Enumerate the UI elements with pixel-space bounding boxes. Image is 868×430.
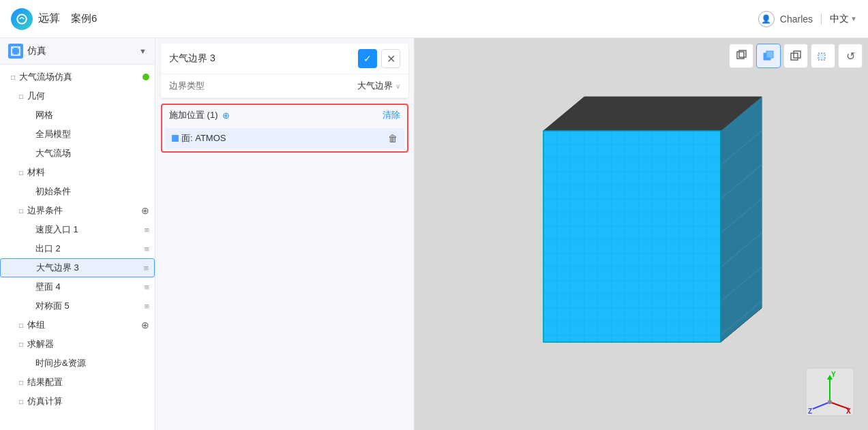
svg-text:Y: Y [831, 371, 836, 378]
expand-icon [25, 110, 34, 120]
tree-item-velocity-inlet[interactable]: 速度入口 1 ≡ [0, 220, 155, 239]
svg-marker-12 [543, 131, 721, 342]
tree-item-label: 大气边界 3 [36, 262, 140, 274]
tree-item-label: 壁面 4 [35, 281, 141, 293]
boundary-type-label: 边界类型 [169, 80, 205, 92]
tree-item-result-config[interactable]: □ 结果配置 [0, 373, 155, 392]
expand-icon [25, 129, 34, 139]
clear-button[interactable]: 清除 [383, 109, 400, 121]
boundary-type-value-wrapper[interactable]: 大气边界 ∨ [357, 80, 400, 92]
viewport[interactable]: ↺ [415, 38, 868, 430]
delete-position-icon[interactable]: 🗑 [388, 133, 398, 144]
close-button[interactable]: ✕ [381, 49, 400, 68]
expand-icon[interactable]: □ [16, 339, 26, 349]
transparent-view-btn[interactable] [811, 44, 835, 68]
panel-title: 大气边界 3 [169, 52, 215, 65]
tree-item-label: 初始条件 [35, 185, 149, 198]
expand-icon[interactable]: □ [16, 378, 26, 387]
tree-item-label: 边界条件 [27, 204, 141, 217]
lang-selector[interactable]: 中文 ▼ [830, 13, 857, 25]
tree-item-atmos-boundary[interactable]: 大气边界 3 ≡ [0, 258, 155, 277]
svg-point-0 [17, 14, 27, 24]
tree-item-label: 时间步&资源 [35, 357, 149, 369]
tree-item-outlet[interactable]: 出口 2 ≡ [0, 239, 155, 258]
sidebar-chevron[interactable]: ▼ [139, 47, 147, 55]
tree-item-solver[interactable]: □ 求解器 [0, 335, 155, 354]
expand-icon[interactable]: □ [16, 91, 26, 101]
expand-icon [25, 187, 34, 196]
sidebar-title: 仿真 [27, 45, 46, 57]
tree-item-label: 大气流场 [35, 147, 149, 159]
menu-icon[interactable]: ≡ [144, 301, 149, 311]
tree-item-boundary[interactable]: □ 边界条件 ⊕ [0, 201, 155, 220]
tree-item-body-group[interactable]: □ 体组 ⊕ [0, 316, 155, 335]
refresh-btn[interactable]: ↺ [838, 44, 863, 68]
svg-rect-6 [791, 53, 798, 60]
tree-item-symmetry[interactable]: 对称面 5 ≡ [0, 296, 155, 316]
tree-item-init-cond[interactable]: 初始条件 [0, 182, 155, 201]
solid-view-btn[interactable] [756, 44, 781, 68]
position-item-left: 面: ATMOS [172, 132, 226, 144]
position-item-atmos: 面: ATMOS 🗑 [165, 128, 404, 149]
tree-item-label: 对称面 5 [35, 300, 141, 312]
lang-chevron: ▼ [850, 15, 857, 22]
help-icon[interactable]: ⊕ [222, 110, 230, 121]
sidebar-header: 仿真 ▼ [0, 38, 155, 65]
tree-item-label: 仿真计算 [27, 395, 149, 408]
lang-label: 中文 [830, 13, 849, 25]
expand-icon [25, 301, 34, 311]
tree-item-label: 材料 [27, 166, 149, 179]
svg-rect-7 [794, 51, 800, 58]
viewport-toolbar: ↺ [729, 44, 863, 68]
boundary-type-chevron: ∨ [395, 82, 400, 90]
tree-item-atmos-field[interactable]: 大气流场 [0, 144, 155, 163]
expand-icon [25, 282, 34, 292]
expand-icon [25, 358, 34, 368]
add-body-icon[interactable]: ⊕ [141, 320, 149, 331]
tree-item-timestep[interactable]: 时间步&资源 [0, 354, 155, 373]
expand-icon[interactable]: □ [8, 72, 18, 82]
axis-gizmo: Y Z X [803, 365, 857, 419]
expand-icon[interactable]: □ [16, 206, 26, 215]
topbar-right: 👤 Charles 中文 ▼ [758, 11, 857, 27]
boundary-type-row: 边界类型 大气边界 ∨ [161, 74, 408, 98]
menu-icon[interactable]: ≡ [144, 225, 149, 235]
expand-icon[interactable]: □ [16, 168, 26, 177]
svg-text:Z: Z [808, 408, 812, 415]
tree-item-mesh[interactable]: 网格 [0, 106, 155, 125]
add-boundary-icon[interactable]: ⊕ [141, 205, 149, 216]
tree-item-material[interactable]: □ 材料 [0, 163, 155, 182]
expand-icon[interactable]: □ [16, 397, 26, 406]
tree-section: □ 大气流场仿真 □ 几何 网格 全局模型 大气流场 [0, 65, 155, 414]
panel-card: 大气边界 3 ✓ ✕ 边界类型 大气边界 ∨ [161, 44, 408, 98]
tree-item-atmos-sim[interactable]: □ 大气流场仿真 [0, 67, 155, 87]
svg-point-60 [828, 400, 832, 404]
axis-gizmo-svg: Y Z X [803, 365, 857, 419]
expand-icon [25, 225, 34, 234]
position-header: 施加位置 (1) ⊕ 清除 [162, 105, 407, 125]
panel-title-bar: 大气边界 3 ✓ ✕ [161, 44, 408, 74]
tree-item-label: 全局模型 [35, 128, 149, 140]
tree-item-wall[interactable]: 壁面 4 ≡ [0, 277, 155, 296]
wire-view-btn[interactable] [783, 44, 808, 68]
sim-icon [8, 44, 23, 59]
position-section: 施加位置 (1) ⊕ 清除 面: ATMOS 🗑 [161, 104, 408, 153]
menu-icon[interactable]: ≡ [144, 282, 149, 292]
menu-icon[interactable]: ≡ [144, 244, 149, 254]
3d-viewport-svg [489, 76, 869, 390]
expand-icon[interactable]: □ [16, 320, 26, 330]
face-indicator [172, 135, 179, 142]
status-dot [143, 74, 149, 80]
close-icon: ✕ [387, 52, 395, 65]
panel-actions: ✓ ✕ [358, 49, 400, 68]
panel-area: 大气边界 3 ✓ ✕ 边界类型 大气边界 ∨ [155, 38, 415, 430]
confirm-button[interactable]: ✓ [358, 49, 377, 68]
expand-icon [25, 244, 34, 254]
menu-icon[interactable]: ≡ [143, 263, 149, 273]
tree-item-sim-compute[interactable]: □ 仿真计算 [0, 392, 155, 411]
tree-item-geometry[interactable]: □ 几何 [0, 87, 155, 106]
tree-item-global-model[interactable]: 全局模型 [0, 125, 155, 144]
tree-item-label: 求解器 [27, 338, 149, 350]
topbar: 远算 案例6 👤 Charles 中文 ▼ [0, 0, 868, 38]
cube-view-btn[interactable] [729, 44, 753, 68]
